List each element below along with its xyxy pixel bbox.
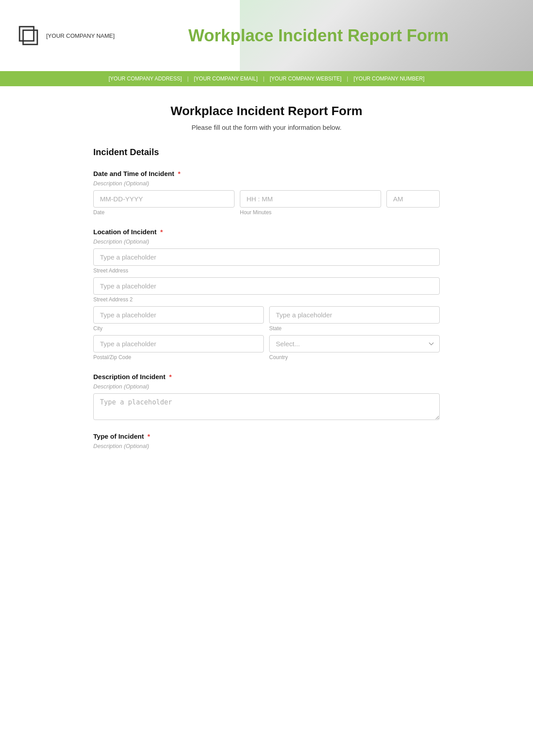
type-description: Description (Optional) bbox=[93, 443, 440, 449]
form-title: Workplace Incident Report Form bbox=[93, 104, 440, 118]
company-number: [YOUR COMPANY NUMBER] bbox=[354, 76, 425, 82]
description-desc: Description (Optional) bbox=[93, 383, 440, 390]
location-required: * bbox=[160, 228, 163, 236]
description-required: * bbox=[169, 373, 172, 380]
company-name-label: [YOUR COMPANY NAME] bbox=[46, 32, 115, 39]
form-subtitle: Please fill out the form with your infor… bbox=[93, 124, 440, 131]
date-time-input-row: Date Hour Minutes bbox=[93, 190, 440, 216]
date-sublabel: Date bbox=[93, 209, 235, 216]
state-input[interactable] bbox=[269, 306, 440, 324]
description-label: Description of Incident * bbox=[93, 373, 440, 380]
type-required: * bbox=[147, 432, 150, 440]
company-email: [YOUR COMPANY EMAIL] bbox=[194, 76, 258, 82]
description-wrap bbox=[93, 393, 440, 420]
separator-3: | bbox=[347, 76, 348, 82]
city-input[interactable] bbox=[93, 306, 264, 324]
field-description: Description of Incident * Description (O… bbox=[93, 373, 440, 420]
date-time-description: Description (Optional) bbox=[93, 180, 440, 187]
field-type: Type of Incident * Description (Optional… bbox=[93, 432, 440, 449]
street1-input[interactable] bbox=[93, 248, 440, 266]
time-sublabel: Hour Minutes bbox=[240, 209, 381, 216]
city-wrap: City bbox=[93, 306, 264, 332]
field-location: Location of Incident * Description (Opti… bbox=[93, 228, 440, 360]
zip-country-row: Postal/Zip Code Select... United States … bbox=[93, 335, 440, 360]
date-time-label: Date and Time of Incident * bbox=[93, 170, 440, 177]
company-address: [YOUR COMPANY ADDRESS] bbox=[108, 76, 182, 82]
state-wrap: State bbox=[269, 306, 440, 332]
header-top: [YOUR COMPANY NAME] Workplace Incident R… bbox=[0, 0, 533, 71]
ampm-input-wrap bbox=[386, 190, 440, 208]
location-description: Description (Optional) bbox=[93, 238, 440, 245]
separator-1: | bbox=[187, 76, 188, 82]
time-input-wrap: Hour Minutes bbox=[240, 190, 381, 216]
date-input-wrap: Date bbox=[93, 190, 235, 216]
company-website: [YOUR COMPANY WEBSITE] bbox=[270, 76, 342, 82]
state-sublabel: State bbox=[269, 325, 440, 332]
header-info-bar: [YOUR COMPANY ADDRESS] | [YOUR COMPANY E… bbox=[0, 71, 533, 86]
description-textarea[interactable] bbox=[93, 393, 440, 420]
street1-wrap: Street Address bbox=[93, 248, 440, 274]
time-input[interactable] bbox=[240, 190, 381, 208]
company-logo-icon bbox=[18, 25, 39, 46]
zip-input[interactable] bbox=[93, 335, 264, 352]
ampm-input[interactable] bbox=[386, 190, 440, 208]
country-select[interactable]: Select... United States United Kingdom C… bbox=[269, 335, 440, 352]
date-input[interactable] bbox=[93, 190, 235, 208]
street2-input[interactable] bbox=[93, 277, 440, 295]
section-incident-details: Incident Details bbox=[93, 147, 440, 159]
street1-sublabel: Street Address bbox=[93, 268, 440, 274]
header-logo-area: [YOUR COMPANY NAME] bbox=[18, 25, 115, 46]
country-sublabel: Country bbox=[269, 354, 440, 360]
street2-wrap: Street Address 2 bbox=[93, 277, 440, 303]
type-label: Type of Incident * bbox=[93, 432, 440, 440]
date-time-required: * bbox=[178, 170, 180, 177]
zip-wrap: Postal/Zip Code bbox=[93, 335, 264, 360]
zip-sublabel: Postal/Zip Code bbox=[93, 354, 264, 360]
separator-2: | bbox=[263, 76, 264, 82]
header-title: Workplace Incident Report Form bbox=[188, 26, 449, 45]
city-state-row: City State bbox=[93, 306, 440, 332]
city-sublabel: City bbox=[93, 325, 264, 332]
country-wrap: Select... United States United Kingdom C… bbox=[269, 335, 440, 360]
field-date-time: Date and Time of Incident * Description … bbox=[93, 170, 440, 216]
svg-rect-1 bbox=[23, 30, 37, 44]
main-content: Workplace Incident Report Form Please fi… bbox=[67, 86, 466, 488]
location-label: Location of Incident * bbox=[93, 228, 440, 236]
svg-rect-0 bbox=[20, 27, 34, 41]
street2-sublabel: Street Address 2 bbox=[93, 296, 440, 303]
